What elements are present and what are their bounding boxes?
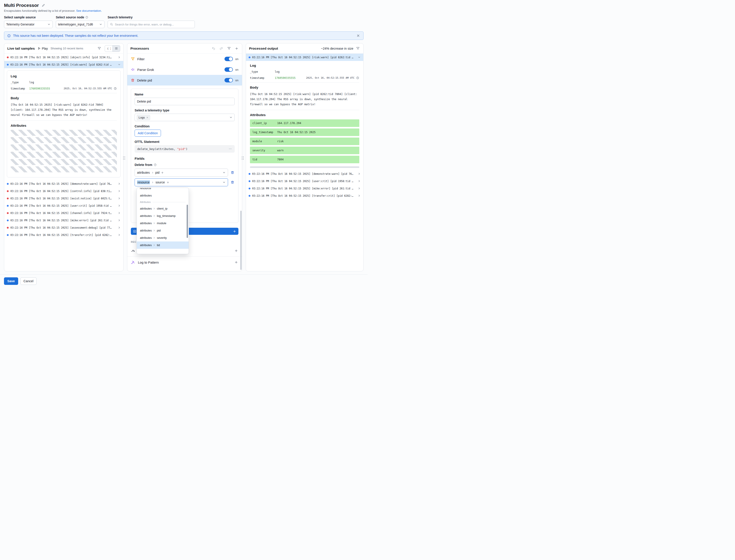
output-row-selected[interactable]: 03:22:16 PM [Thu Oct 16 04:52:15 2025] […	[246, 54, 363, 61]
level-dot	[7, 234, 9, 236]
save-button[interactable]: Save	[4, 277, 18, 285]
add-recommended-button[interactable]	[234, 249, 239, 253]
level-dot	[7, 198, 9, 199]
search-input[interactable]	[115, 23, 193, 26]
add-processor-button[interactable]	[235, 46, 239, 51]
filter-toggle[interactable]	[225, 57, 233, 61]
add-path-segment-icon[interactable]	[161, 171, 164, 174]
chevron-right-icon	[118, 226, 121, 229]
processor-name-input[interactable]	[135, 98, 235, 105]
dropdown-option[interactable]: attributeslog_timestamp	[137, 212, 189, 220]
edit-title-button[interactable]	[41, 3, 46, 8]
output-row[interactable]: 03:22:16 PM [Thu Oct 16 04:52:15 2025] […	[246, 192, 363, 199]
dropdown-option[interactable]: attributesclient_ip	[137, 205, 189, 212]
field-path-combobox[interactable]: attributes pid	[135, 169, 228, 177]
type-value: log	[29, 81, 34, 84]
column-resize-handle[interactable]	[123, 154, 125, 162]
log-row[interactable]: 03:22:16 PM [Thu Oct 16 04:52:15 2025] […	[4, 187, 123, 195]
cancel-button[interactable]: Cancel	[20, 277, 37, 285]
body-section-heading: Body	[11, 96, 117, 100]
redo-button[interactable]	[219, 46, 224, 51]
log-row[interactable]: 03:22:16 PM [Thu Oct 16 04:52:15 2025] […	[4, 180, 123, 187]
log-row[interactable]: 03:22:16 PM [Thu Oct 16 04:52:15 2025] […	[4, 224, 123, 231]
add-path-segment-icon[interactable]	[167, 181, 169, 184]
parse-grok-toggle[interactable]	[225, 67, 233, 72]
dropdown-option[interactable]: attributes	[137, 192, 189, 199]
dropdown-option-label: attributes	[140, 194, 152, 197]
remove-field-button[interactable]	[230, 170, 235, 175]
trash-icon	[231, 181, 234, 184]
dropdown-option-label: tid	[157, 243, 160, 247]
source-node-select[interactable]: telemetrygen_input_71d6	[56, 21, 105, 28]
dropdown-option[interactable]: attributesmodule	[137, 220, 189, 227]
banner-close-button[interactable]	[356, 33, 361, 38]
horizontal-scrollbar[interactable]	[250, 166, 359, 168]
log-row-text: 03:22:16 PM [Thu Oct 16 04:52:15 2025] […	[10, 197, 116, 200]
live-tail-filter-button[interactable]	[97, 46, 102, 51]
plus-icon	[233, 230, 236, 233]
telemetry-type-select[interactable]: Logs	[135, 114, 235, 121]
undo-button[interactable]	[211, 46, 216, 51]
path-separator-icon	[151, 181, 154, 184]
page-header: Multi Processor Encapsulates functionali…	[0, 0, 367, 40]
log-row[interactable]: 03:22:16 PM [Thu Oct 16 04:52:15 2025] […	[4, 202, 123, 209]
processors-scrollbar-thumb[interactable]	[241, 211, 242, 270]
log-row-selected[interactable]: 03:22:16 PM [Thu Oct 16 04:52:15 2025] […	[4, 61, 123, 68]
dropdown-scrollbar-thumb[interactable]	[187, 205, 188, 238]
dropdown-option[interactable]: resource	[137, 188, 189, 192]
field-path-combobox-focused[interactable]: resource source	[135, 178, 228, 186]
output-detail: Log _type log timestamp 1760590335555 20…	[246, 61, 363, 170]
remove-field-button[interactable]	[230, 180, 235, 185]
level-dot	[249, 195, 251, 197]
log-row[interactable]: 03:22:16 PM [Thu Oct 16 04:52:15 2025] […	[4, 217, 123, 224]
output-row[interactable]: 03:22:16 PM [Thu Oct 16 04:52:15 2025] […	[246, 177, 363, 185]
main-area: Live tail samples Play Showing 10 recent…	[0, 43, 367, 271]
processor-row-parse-grok[interactable]: Parse Grok on	[127, 64, 242, 75]
recommended-item-log-to-pattern[interactable]: Log to Pattern	[127, 257, 242, 268]
trash-icon	[231, 171, 234, 174]
log-row[interactable]: 03:22:16 PM [Thu Oct 16 04:52:15 2025] […	[4, 209, 123, 217]
log-row-text: 03:22:16 PM [Thu Oct 16 04:52:15 2025] […	[252, 194, 356, 197]
output-row[interactable]: 03:22:16 PM [Thu Oct 16 04:52:15 2025] […	[246, 185, 363, 192]
log-row[interactable]: 03:22:16 PM [Thu Oct 16 04:52:15 2025] […	[4, 195, 123, 202]
chevron-down-icon	[99, 23, 102, 26]
ottl-statement-editor[interactable]: delete_key(attributes, "pid")	[135, 145, 235, 153]
output-filter-button[interactable]	[356, 46, 360, 51]
log-row-text: 03:22:16 PM [Thu Oct 16 04:52:15 2025] […	[10, 63, 116, 66]
delete-pid-toggle[interactable]	[225, 78, 233, 82]
clock-icon	[114, 87, 117, 90]
output-row[interactable]: 03:22:16 PM [Thu Oct 16 04:52:15 2025] […	[246, 170, 363, 177]
play-button[interactable]: Play	[37, 46, 48, 51]
processors-filter-button[interactable]	[227, 46, 231, 51]
type-value: log	[275, 70, 280, 73]
processor-row-delete-pid[interactable]: Delete pid on	[127, 75, 242, 86]
log-row-text: 03:22:16 PM [Thu Oct 16 04:52:15 2025] […	[10, 219, 116, 222]
grok-icon	[131, 68, 135, 72]
json-view-button[interactable]: { }	[105, 45, 113, 52]
level-dot	[249, 180, 251, 182]
column-resize-handle[interactable]	[242, 154, 244, 162]
more-options-icon[interactable]	[229, 147, 232, 151]
body-text: [Thu Oct 16 04:52:15 2025] [risk:warn] […	[11, 102, 117, 118]
log-row[interactable]: 03:22:16 PM [Thu Oct 16 04:52:15 2025] […	[4, 54, 123, 61]
funnel-icon	[356, 47, 360, 50]
list-view-button[interactable]	[113, 45, 120, 52]
path-separator-icon	[153, 229, 155, 232]
see-documentation-link[interactable]: See documentation.	[76, 9, 102, 12]
processor-row-filter[interactable]: Filter on	[127, 54, 242, 64]
chip-remove-icon[interactable]	[146, 117, 148, 119]
log-row[interactable]: 03:22:16 PM [Thu Oct 16 04:52:15 2025] […	[4, 231, 123, 239]
add-condition-button[interactable]: Add Condition	[135, 130, 161, 137]
controls-row: Select sample source Telemetry Generator…	[4, 16, 364, 28]
sample-source-select[interactable]: Telemetry Generator	[4, 21, 53, 28]
log-row-text: 03:22:16 PM [Thu Oct 16 04:52:15 2025] […	[252, 172, 356, 175]
log-row-text: 03:22:16 PM [Thu Oct 16 04:52:15 2025] […	[10, 226, 116, 229]
add-recommended-button[interactable]	[234, 260, 239, 264]
log-row-text: 03:22:16 PM [Thu Oct 16 04:52:15 2025] […	[10, 212, 116, 215]
log-row-text: 03:22:16 PM [Thu Oct 16 04:52:15 2025] […	[252, 56, 356, 59]
dropdown-option[interactable]: attributespid	[137, 227, 189, 234]
dropdown-option[interactable]: attributesseverity	[137, 234, 189, 241]
output-attributes: client_ip164.117.178.204 log_timestampTh…	[250, 119, 359, 163]
processor-name: Delete pid	[137, 78, 152, 82]
dropdown-option-highlighted[interactable]: attributestid	[137, 241, 189, 249]
